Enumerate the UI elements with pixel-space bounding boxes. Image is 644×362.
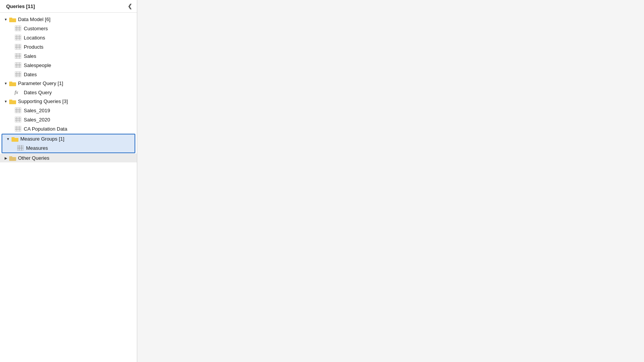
table-icon-locations: [15, 34, 21, 41]
table-icon-customers: [15, 25, 21, 31]
svg-rect-36: [15, 108, 21, 113]
group-parameter-query: ▼ Parameter Query [1] fx Dates Query: [0, 79, 137, 97]
other-queries-label: Other Queries: [18, 155, 49, 161]
group-label-parameter-query: Parameter Query [1]: [18, 80, 63, 86]
item-locations[interactable]: Locations: [0, 33, 137, 42]
fx-icon-dates-query: fx: [15, 89, 21, 95]
table-icon-measures: [17, 145, 24, 151]
group-header-parameter-query[interactable]: ▼ Parameter Query [1]: [0, 79, 137, 88]
svg-rect-17: [15, 53, 21, 59]
item-customers[interactable]: Customers: [0, 24, 137, 33]
item-label-sales: Sales: [24, 53, 36, 59]
group-header-data-model[interactable]: ▼ Data Model [6]: [0, 15, 137, 24]
svg-rect-12: [15, 44, 21, 49]
svg-rect-41: [15, 117, 21, 122]
item-dates[interactable]: Dates: [0, 70, 137, 79]
folder-icon-other-queries: [9, 156, 16, 161]
tree-container: ▼ Data Model [6]: [0, 13, 137, 165]
table-icon-sales: [15, 53, 21, 59]
group-other-queries[interactable]: ▶ Other Queries: [0, 154, 137, 162]
triangle-supporting: ▼: [3, 99, 8, 104]
folder-icon-supporting: [9, 99, 16, 104]
item-label-dates-query: Dates Query: [24, 90, 52, 95]
table-icon-products: [15, 44, 21, 50]
svg-rect-52: [12, 137, 15, 139]
triangle-parameter: ▼: [3, 81, 8, 86]
collapse-icon[interactable]: ❮: [128, 3, 132, 9]
item-ca-population[interactable]: CA Population Data: [0, 124, 137, 133]
table-icon-dates: [15, 71, 21, 77]
item-measures[interactable]: Measures: [2, 143, 135, 152]
triangle-other-queries: ▶: [3, 156, 8, 161]
item-label-products: Products: [24, 44, 43, 50]
svg-rect-1: [9, 18, 12, 19]
sidebar-title: Queries [11]: [6, 3, 35, 9]
item-sales[interactable]: Sales: [0, 51, 137, 61]
svg-rect-22: [15, 62, 21, 68]
queries-panel: Queries [11] ❮ ▼ Data Model [6]: [0, 0, 137, 362]
svg-rect-35: [9, 100, 12, 101]
item-label-dates: Dates: [24, 72, 37, 77]
group-header-supporting[interactable]: ▼ Supporting Queries [3]: [0, 97, 137, 106]
item-label-sales-2019: Sales_2019: [24, 108, 50, 113]
main-content: [137, 0, 644, 362]
group-header-measure-groups[interactable]: ▼ Measure Groups [1]: [2, 134, 135, 143]
table-icon-sales-2020: [15, 116, 21, 123]
sidebar-header: Queries [11] ❮: [0, 0, 137, 13]
svg-rect-53: [17, 145, 23, 151]
svg-rect-46: [15, 126, 21, 131]
item-label-locations: Locations: [24, 35, 45, 41]
folder-icon-measure-groups: [12, 136, 18, 142]
item-label-salespeople: Salespeople: [24, 62, 51, 68]
svg-rect-33: [9, 82, 12, 83]
item-products[interactable]: Products: [0, 42, 137, 51]
group-label-supporting: Supporting Queries [3]: [18, 98, 68, 104]
svg-rect-59: [9, 156, 12, 158]
group-data-model: ▼ Data Model [6]: [0, 15, 137, 79]
triangle-data-model: ▼: [3, 17, 8, 22]
triangle-measure-groups: ▼: [5, 136, 11, 142]
item-dates-query[interactable]: fx Dates Query: [0, 88, 137, 97]
group-measure-groups-wrapper: ▼ Measure Groups [1]: [2, 134, 135, 153]
folder-icon-parameter: [9, 81, 16, 86]
group-label-measure-groups: Measure Groups [1]: [20, 136, 64, 142]
item-sales-2020[interactable]: Sales_2020: [0, 115, 137, 124]
table-icon-salespeople: [15, 62, 21, 68]
folder-icon-data-model: [9, 17, 16, 22]
item-salespeople[interactable]: Salespeople: [0, 61, 137, 70]
table-icon-ca-population: [15, 126, 21, 132]
table-icon-sales-2019: [15, 107, 21, 113]
item-label-measures: Measures: [26, 145, 48, 151]
item-sales-2019[interactable]: Sales_2019: [0, 106, 137, 115]
item-label-customers: Customers: [24, 26, 48, 31]
svg-rect-27: [15, 72, 21, 77]
item-label-sales-2020: Sales_2020: [24, 117, 50, 123]
group-supporting-queries: ▼ Supporting Queries [3]: [0, 97, 137, 133]
group-label-data-model: Data Model [6]: [18, 16, 51, 22]
svg-rect-7: [15, 35, 21, 40]
svg-rect-2: [15, 26, 21, 31]
item-label-ca-population: CA Population Data: [24, 126, 67, 132]
